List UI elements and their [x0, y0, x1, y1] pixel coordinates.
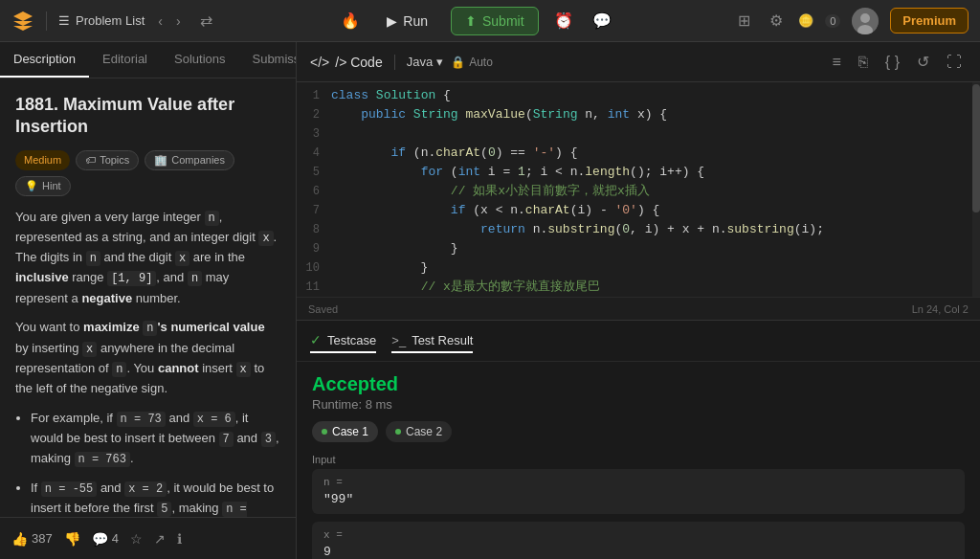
code-header-right: ≡ ⎘ { } ↺ ⛶	[828, 50, 967, 74]
code-line-5: 5 for (int i = 1; i < n.length(); i++) {	[297, 163, 980, 182]
case1-label: Case 1	[332, 425, 368, 438]
code-header-label: /> Code	[335, 55, 382, 70]
tab-solutions[interactable]: Solutions	[161, 42, 238, 78]
problem-objective: You want to maximize n's numerical value…	[15, 318, 280, 398]
copy-button[interactable]: ⎘	[854, 51, 873, 74]
comment-button[interactable]: 💬	[92, 531, 108, 547]
code-line-6: 6 // 如果x小於目前數字，就把x插入	[297, 182, 980, 201]
premium-button[interactable]: Premium	[890, 8, 969, 34]
code-header-left: </> /> Code Java ▾ 🔒 Auto	[310, 55, 493, 70]
prev-problem-button[interactable]: ‹	[152, 10, 168, 33]
code-line-7: 7 if (x < n.charAt(i) - '0') {	[297, 201, 980, 220]
building-icon: 🏢	[154, 154, 167, 167]
bottom-bar: 👍 387 👎 💬 4 ☆ ↗ ℹ	[0, 517, 297, 559]
nav-logo[interactable]	[11, 10, 34, 33]
x-value: 9	[323, 545, 953, 559]
case1-dot	[322, 429, 327, 435]
topics-label: Topics	[100, 154, 129, 166]
case-tabs: Case 1 Case 2	[312, 421, 965, 442]
right-panel: </> /> Code Java ▾ 🔒 Auto ≡ ⎘	[297, 42, 980, 559]
auto-label: Auto	[469, 56, 493, 69]
run-button[interactable]: ▶ Run	[375, 8, 439, 34]
scrollbar-track	[972, 82, 980, 297]
saved-label: Saved	[308, 303, 338, 315]
bullet-item-1: For example, if n = 73 and x = 6, it wou…	[31, 409, 280, 470]
companies-tag[interactable]: 🏢 Companies	[145, 150, 234, 170]
nav-arrows: ‹ ›	[152, 10, 186, 33]
submit-button[interactable]: ⬆ Submit	[451, 7, 539, 35]
undo-button[interactable]: ↺	[912, 50, 934, 74]
nav-problem-list[interactable]: ☰ Problem List	[58, 13, 145, 28]
code-area: </> /> Code Java ▾ 🔒 Auto ≡ ⎘	[297, 42, 980, 320]
fire-button[interactable]: 🔥	[337, 8, 364, 34]
settings-button[interactable]: ⚙	[766, 8, 787, 34]
code-bracket-icon: </>	[310, 55, 329, 70]
x-section: x = 9	[312, 522, 965, 559]
chat-button[interactable]: 💬	[589, 8, 615, 34]
upvote-button[interactable]: 👍	[11, 531, 28, 547]
accepted-status: Accepted	[312, 373, 965, 395]
code-line-1: 1 class Solution {	[297, 86, 980, 105]
main-layout: Description Editorial Solutions Submissi…	[0, 42, 980, 559]
case1-tab[interactable]: Case 1	[312, 421, 378, 442]
tags-row: Medium 🏷 Topics 🏢 Companies 💡 Hint	[15, 150, 280, 196]
nav-center: 🔥 ▶ Run ⬆ Submit ⏰ 💬	[226, 7, 727, 35]
submit-label: Submit	[482, 13, 524, 29]
nav-divider	[46, 11, 47, 31]
scrollbar-thumb[interactable]	[972, 84, 980, 212]
code-line-2: 2 public String maxValue(String n, int x…	[297, 105, 980, 124]
case2-tab[interactable]: Case 2	[386, 421, 452, 442]
difficulty-tag[interactable]: Medium	[15, 150, 70, 170]
language-select[interactable]: Java ▾	[407, 55, 443, 69]
case2-dot	[395, 429, 401, 435]
share-button[interactable]: ↗	[154, 531, 166, 547]
shuffle-button[interactable]: ⇄	[194, 8, 218, 34]
coin-icon: 🪙	[798, 13, 813, 28]
tab-testcase[interactable]: ✓ Testcase	[310, 328, 376, 353]
tab-description[interactable]: Description	[0, 42, 89, 78]
hint-tag[interactable]: 💡 Hint	[15, 176, 71, 196]
avatar[interactable]	[852, 8, 879, 34]
code-line-9: 9 }	[297, 239, 980, 258]
x-field: x = 9	[312, 522, 965, 559]
grid-button[interactable]: ⊞	[734, 8, 754, 34]
more-button[interactable]: ℹ	[177, 531, 182, 547]
tab-submissions[interactable]: Submissions	[238, 42, 297, 78]
format-button[interactable]: { }	[880, 51, 904, 74]
comment-section: 💬 4	[92, 531, 119, 547]
language-label: Java	[407, 55, 433, 69]
bookmark-button[interactable]: ☆	[130, 531, 143, 547]
terminal-icon: >_	[391, 333, 406, 347]
x-field-label: x =	[323, 529, 953, 541]
tab-test-result[interactable]: >_ Test Result	[391, 329, 473, 353]
code-line-4: 4 if (n.charAt(0) == '-') {	[297, 144, 980, 163]
code-line-8: 8 return n.substring(0, i) + x + n.subst…	[297, 220, 980, 239]
upvote-section: 👍 387	[11, 531, 53, 547]
code-title: </> /> Code	[310, 55, 383, 70]
code-editor[interactable]: 1 class Solution { 2 public String maxVa…	[297, 82, 980, 297]
vote-count: 387	[32, 531, 53, 546]
problem-number: 1881.	[15, 95, 58, 114]
case2-label: Case 2	[406, 425, 442, 438]
coin-count: 0	[825, 14, 840, 28]
lock-icon: 🔒	[451, 56, 465, 69]
test-result-label: Test Result	[412, 333, 473, 347]
n-value: "99"	[323, 492, 953, 506]
chevron-down-icon: ▾	[436, 55, 443, 69]
next-problem-button[interactable]: ›	[170, 10, 187, 33]
menu-icon-button[interactable]: ≡	[828, 51, 846, 74]
submit-icon: ⬆	[465, 13, 477, 29]
n-label: n = "99"	[312, 469, 965, 514]
result-body: Accepted Runtime: 8 ms Case 1 Case 2 Inp…	[297, 362, 980, 559]
tab-editorial[interactable]: Editorial	[89, 42, 161, 78]
problem-description: You are given a very large integer n, re…	[15, 208, 280, 309]
topics-tag[interactable]: 🏷 Topics	[76, 150, 139, 170]
nav-right: ⊞ ⚙ 🪙 0 Premium	[734, 8, 969, 34]
code-line-11: 11 // x是最大的數字就直接放尾巴	[297, 278, 980, 297]
downvote-button[interactable]: 👎	[64, 531, 80, 547]
expand-button[interactable]: ⛶	[942, 51, 967, 74]
runtime-text: Runtime: 8 ms	[312, 397, 965, 412]
bulb-icon: 💡	[25, 180, 38, 192]
n-field-label: n =	[323, 477, 953, 488]
timer-button[interactable]: ⏰	[550, 8, 577, 34]
